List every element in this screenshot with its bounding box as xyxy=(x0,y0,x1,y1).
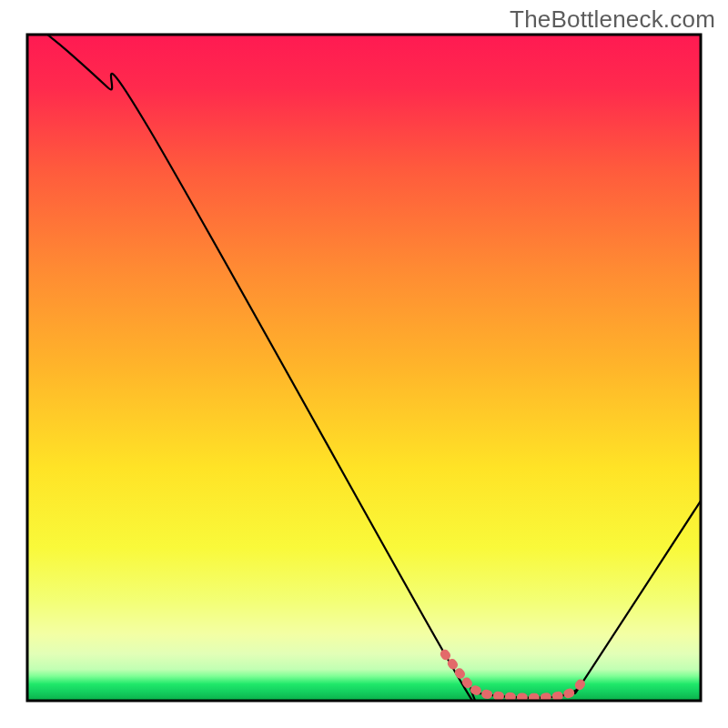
chart-stage: TheBottleneck.com xyxy=(0,0,728,728)
plot-background xyxy=(27,35,701,701)
bottleneck-chart xyxy=(0,0,728,728)
